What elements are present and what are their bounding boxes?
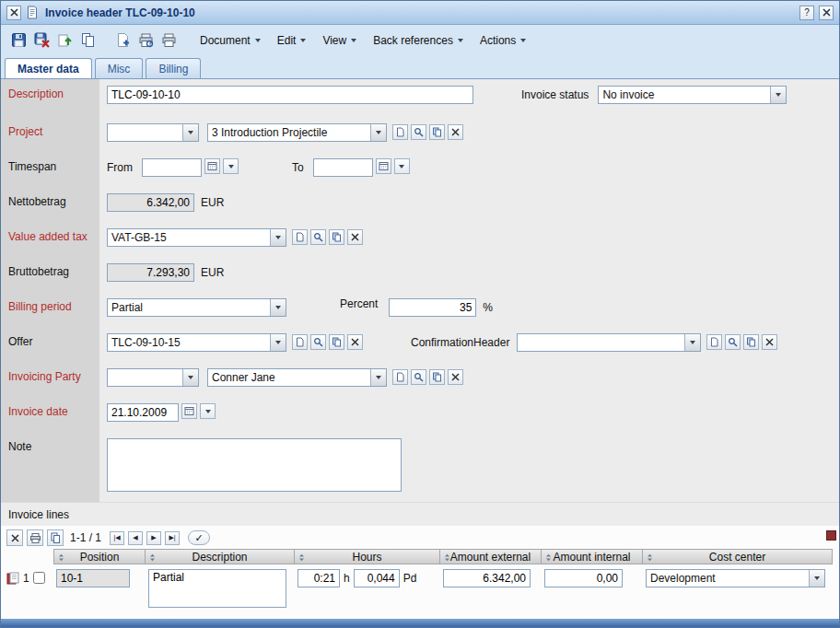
open-record-button[interactable] (292, 334, 308, 350)
clear-button[interactable] (347, 334, 363, 350)
save-close-button[interactable] (30, 29, 53, 52)
delete-line-button[interactable] (6, 529, 23, 546)
column-header-hours[interactable]: Hours (295, 549, 440, 564)
tab-billing[interactable]: Billing (146, 58, 201, 78)
sort-icon[interactable] (646, 553, 654, 562)
chevron-down-icon[interactable] (684, 334, 700, 351)
calendar-button[interactable] (376, 158, 391, 174)
line-item-icon[interactable] (6, 572, 19, 585)
sort-icon[interactable] (148, 553, 157, 562)
clear-button[interactable] (347, 229, 363, 245)
new-document-button[interactable] (111, 29, 134, 52)
confirm-lines-button[interactable]: ✓ (188, 530, 210, 545)
cost-center-select[interactable]: Development (646, 569, 825, 587)
open-record-button[interactable] (292, 229, 308, 245)
invoice-status-select[interactable]: No invoice (598, 86, 787, 104)
chevron-down-icon[interactable] (182, 124, 198, 141)
close-button[interactable] (819, 6, 834, 20)
position-input[interactable] (56, 569, 130, 587)
factor-input[interactable] (354, 569, 400, 587)
save-button[interactable] (7, 29, 30, 52)
menu-view[interactable]: View (314, 30, 365, 51)
last-page-button[interactable]: ▶| (165, 531, 180, 545)
line-description-textarea[interactable]: Partial (148, 569, 286, 608)
project-type-select[interactable] (107, 123, 199, 142)
sort-icon[interactable] (57, 553, 65, 562)
amount-external-input[interactable] (443, 569, 531, 587)
chevron-down-icon[interactable] (770, 87, 786, 103)
list-records-button[interactable] (329, 334, 344, 350)
first-page-button[interactable]: |◀ (110, 531, 124, 545)
chevron-down-icon[interactable] (809, 570, 824, 587)
sort-icon[interactable] (544, 553, 553, 562)
hours-input[interactable] (298, 569, 340, 587)
list-records-button[interactable] (429, 124, 445, 140)
menu-edit[interactable]: Edit (269, 30, 315, 51)
chevron-down-icon[interactable] (223, 158, 239, 174)
percent-input[interactable] (389, 298, 476, 317)
column-header-position[interactable]: Position (53, 549, 146, 564)
clear-button[interactable] (448, 124, 463, 140)
list-records-button[interactable] (429, 369, 445, 385)
timespan-from-input[interactable] (142, 158, 202, 177)
open-record-button[interactable] (706, 334, 722, 350)
calendar-button[interactable] (204, 158, 220, 174)
row-checkbox[interactable] (33, 572, 45, 584)
sort-icon[interactable] (298, 553, 306, 562)
timespan-to-input[interactable] (313, 158, 373, 177)
prev-page-button[interactable]: ◀ (128, 531, 143, 545)
help-button[interactable]: ? (799, 6, 814, 20)
description-input[interactable] (107, 86, 473, 104)
menu-document[interactable]: Document (192, 30, 269, 51)
search-button[interactable] (411, 124, 426, 140)
note-label: Note (1, 432, 99, 502)
copy-lines-button[interactable] (47, 529, 64, 546)
tab-misc[interactable]: Misc (95, 58, 144, 78)
invoice-date-input[interactable] (107, 403, 179, 422)
chevron-down-icon[interactable] (394, 158, 410, 174)
column-header-description[interactable]: Description (146, 549, 295, 564)
column-header-amount-external[interactable]: Amount external (440, 549, 542, 564)
amount-internal-input[interactable] (544, 569, 623, 587)
note-textarea[interactable] (107, 438, 402, 492)
print-preview-button[interactable] (134, 29, 158, 52)
next-page-button[interactable]: ▶ (146, 531, 161, 545)
search-button[interactable] (310, 229, 326, 245)
billing-period-select[interactable]: Partial (107, 298, 286, 317)
chevron-down-icon[interactable] (182, 369, 198, 386)
menu-back-references[interactable]: Back references (365, 30, 472, 51)
invoicing-party-select[interactable]: Conner Jane (207, 368, 387, 387)
copy-document-button[interactable] (76, 29, 99, 52)
chevron-down-icon[interactable] (270, 229, 286, 246)
tab-master-data[interactable]: Master data (5, 58, 92, 78)
print-lines-button[interactable] (27, 529, 43, 546)
list-records-button[interactable] (743, 334, 759, 350)
project-select[interactable]: 3 Introduction Projectile (207, 123, 387, 142)
vat-select[interactable]: VAT-GB-15 (107, 228, 286, 247)
clear-button[interactable] (762, 334, 777, 350)
chevron-down-icon[interactable] (370, 369, 386, 386)
search-button[interactable] (310, 334, 326, 350)
confirmation-header-select[interactable] (517, 333, 701, 352)
column-header-cost-center[interactable]: Cost center (643, 549, 833, 564)
open-record-button[interactable] (392, 124, 408, 140)
chevron-down-icon[interactable] (370, 124, 386, 141)
search-button[interactable] (411, 369, 426, 385)
column-header-amount-internal[interactable]: Amount internal (542, 549, 643, 564)
window-close-button[interactable] (6, 6, 21, 20)
menu-actions[interactable]: Actions (472, 30, 534, 51)
chevron-down-icon[interactable] (270, 334, 286, 351)
offer-select[interactable]: TLC-09-10-15 (107, 333, 286, 352)
search-button[interactable] (725, 334, 741, 350)
list-records-button[interactable] (329, 229, 344, 245)
open-record-button[interactable] (392, 369, 408, 385)
clear-button[interactable] (448, 369, 463, 385)
print-button[interactable] (158, 29, 181, 52)
confirmation-header-actions (704, 333, 777, 350)
chevron-down-icon[interactable] (200, 403, 216, 419)
checkin-button[interactable] (53, 29, 76, 52)
sort-icon[interactable] (443, 553, 451, 562)
chevron-down-icon[interactable] (270, 299, 286, 316)
calendar-button[interactable] (181, 403, 197, 419)
invoicing-party-type-select[interactable] (107, 368, 199, 387)
